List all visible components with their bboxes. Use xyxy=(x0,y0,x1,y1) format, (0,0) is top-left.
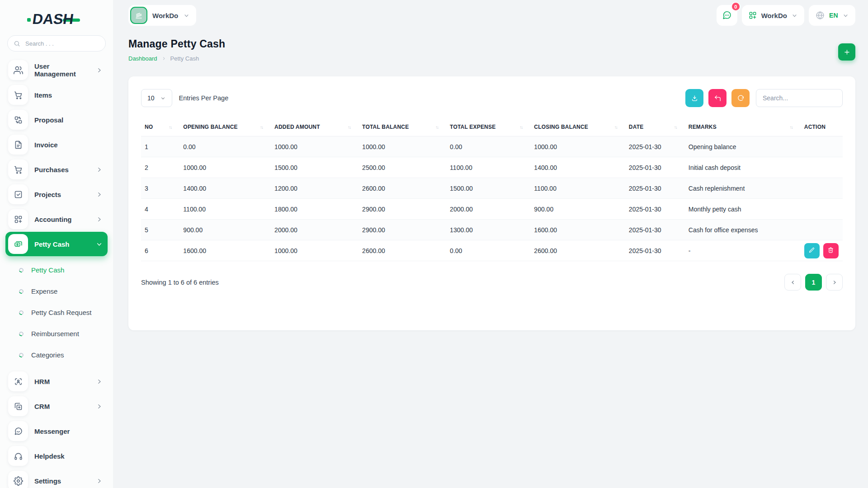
column-label: CLOSING BALANCE xyxy=(534,124,588,130)
column-header-date[interactable]: DATE↑↓ xyxy=(625,118,685,136)
column-label: OPENING BALANCE xyxy=(183,124,237,130)
submenu-bullet-icon xyxy=(18,331,24,337)
sidebar-item-accounting[interactable]: Accounting xyxy=(5,207,108,231)
page-1-button[interactable]: 1 xyxy=(805,274,822,291)
sidebar-submenu: Petty CashExpensePetty Cash RequestReimb… xyxy=(5,257,108,369)
refresh-button[interactable] xyxy=(731,89,750,107)
dash-logo: DASH xyxy=(27,9,113,29)
entries-per-page-select[interactable]: 10 xyxy=(141,89,172,107)
chevron-right-icon xyxy=(95,66,103,74)
trash-icon xyxy=(827,247,834,255)
cell-total-expense: 1300.00 xyxy=(446,220,530,240)
sidebar-item-messenger[interactable]: Messenger xyxy=(5,419,108,443)
sidebar-item-items[interactable]: Items xyxy=(5,83,108,107)
table-search-input[interactable] xyxy=(756,89,843,107)
add-petty-cash-button[interactable] xyxy=(838,43,855,61)
sidebar-item-projects[interactable]: Projects xyxy=(5,182,108,206)
sidebar-item-helpdesk[interactable]: Helpdesk xyxy=(5,444,108,468)
column-header-opening-balance[interactable]: OPENING BALANCE↑↓ xyxy=(179,118,271,136)
sidebar-item-label: Proposal xyxy=(34,116,105,124)
building-icon xyxy=(130,7,147,24)
sort-icon: ↑↓ xyxy=(169,125,171,130)
undo-button[interactable] xyxy=(708,89,726,107)
column-header-remarks[interactable]: REMARKS↑↓ xyxy=(685,118,801,136)
cell-total-balance: 1000.00 xyxy=(359,136,446,157)
submenu-bullet-icon xyxy=(18,288,24,294)
sidebar-item-label: Invoice xyxy=(34,141,105,149)
cell-added-amount: 1000.00 xyxy=(271,136,359,157)
chevron-down-icon xyxy=(95,240,103,248)
language-selector[interactable]: EN xyxy=(809,5,855,26)
sidebar-item-user-management[interactable]: User Management xyxy=(5,58,108,82)
delete-row-button[interactable] xyxy=(823,243,839,258)
edit-row-button[interactable] xyxy=(804,243,820,258)
sidebar-item-invoice[interactable]: Invoice xyxy=(5,132,108,157)
cell-total-balance: 2600.00 xyxy=(359,240,446,261)
column-header-closing-balance[interactable]: CLOSING BALANCE↑↓ xyxy=(530,118,625,136)
cell-action xyxy=(801,178,843,199)
sidebar-item-settings[interactable]: Settings xyxy=(5,469,108,488)
cell-total-balance: 2900.00 xyxy=(359,220,446,240)
sidebar-subitem-expense[interactable]: Expense xyxy=(5,281,108,302)
breadcrumb-current: Petty Cash xyxy=(170,55,199,62)
scan-person-icon xyxy=(8,371,28,391)
cell-added-amount: 2000.00 xyxy=(271,220,359,240)
undo-icon xyxy=(714,94,722,102)
cell-closing-balance: 1000.00 xyxy=(530,136,625,157)
column-header-no[interactable]: NO↑↓ xyxy=(141,118,179,136)
sidebar: DASH User ManagementItemsProposalInvoice… xyxy=(0,0,113,488)
chevron-right-icon xyxy=(831,279,838,286)
sidebar-search[interactable] xyxy=(7,35,106,52)
chevron-right-icon xyxy=(95,403,103,410)
breadcrumb: Dashboard Petty Cash xyxy=(128,55,225,62)
previous-page-button[interactable] xyxy=(784,274,801,291)
topbar-right: 0 WorkDo EN xyxy=(717,5,855,26)
sidebar-item-hrm[interactable]: HRM xyxy=(5,369,108,394)
users-icon xyxy=(8,60,28,80)
sidebar-item-label: Messenger xyxy=(34,427,105,435)
cell-action xyxy=(801,157,843,178)
column-header-total-expense[interactable]: TOTAL EXPENSE↑↓ xyxy=(446,118,530,136)
logo-text: DASH xyxy=(31,11,75,28)
sidebar-search-input[interactable] xyxy=(24,40,99,47)
chevron-down-icon xyxy=(160,95,166,101)
cell-no: 5 xyxy=(141,220,179,240)
pagination: 1 xyxy=(784,274,843,291)
column-label: ACTION xyxy=(804,124,826,130)
entries-per-page-value: 10 xyxy=(147,94,155,102)
sidebar-item-proposal[interactable]: Proposal xyxy=(5,108,108,132)
column-label: TOTAL EXPENSE xyxy=(450,124,495,130)
chevron-right-icon xyxy=(95,477,103,485)
messages-button[interactable]: 0 xyxy=(717,5,737,26)
table-controls: 10 Entries Per Page xyxy=(141,89,843,107)
breadcrumb-dashboard-link[interactable]: Dashboard xyxy=(128,55,157,62)
submenu-label: Petty Cash Request xyxy=(31,309,91,316)
app-switcher[interactable]: WorkDo xyxy=(128,5,196,26)
sidebar-item-petty-cash[interactable]: Petty Cash xyxy=(5,232,108,256)
chevron-down-icon xyxy=(791,12,798,19)
sidebar-subitem-categories[interactable]: Categories xyxy=(5,344,108,366)
chevron-right-icon xyxy=(95,216,103,223)
cell-opening-balance: 900.00 xyxy=(179,220,271,240)
cell-remarks: Cash for office expenses xyxy=(685,220,801,240)
submenu-bullet-icon xyxy=(18,267,24,273)
topbar: WorkDo 0 WorkDo EN xyxy=(128,0,855,27)
cell-date: 2025-01-30 xyxy=(625,136,685,157)
column-label: ADDED AMOUNT xyxy=(274,124,320,130)
sidebar-item-label: Accounting xyxy=(34,216,89,223)
cell-no: 3 xyxy=(141,178,179,199)
chevron-right-icon xyxy=(95,191,103,198)
export-button[interactable] xyxy=(685,89,703,107)
workspace-selector[interactable]: WorkDo xyxy=(742,5,804,26)
column-header-added-amount[interactable]: ADDED AMOUNT↑↓ xyxy=(271,118,359,136)
sidebar-subitem-petty-cash[interactable]: Petty Cash xyxy=(5,259,108,281)
sidebar-subitem-petty-cash-request[interactable]: Petty Cash Request xyxy=(5,302,108,323)
sidebar-subitem-reimbursement[interactable]: Reimbursement xyxy=(5,323,108,344)
column-header-total-balance[interactable]: TOTAL BALANCE↑↓ xyxy=(359,118,446,136)
sidebar-item-label: User Management xyxy=(34,62,89,78)
cell-no: 1 xyxy=(141,136,179,157)
pencil-icon xyxy=(808,247,815,255)
sidebar-item-purchases[interactable]: Purchases xyxy=(5,157,108,182)
next-page-button[interactable] xyxy=(826,274,843,291)
sidebar-item-crm[interactable]: CRM xyxy=(5,394,108,418)
